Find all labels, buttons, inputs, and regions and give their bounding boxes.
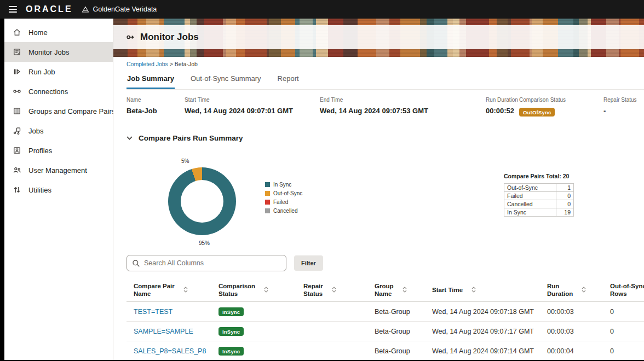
legend-swatch-cancelled bbox=[265, 208, 270, 213]
profiles-icon bbox=[13, 146, 21, 155]
hamburger-menu-icon[interactable] bbox=[9, 6, 17, 13]
compare-pair-link[interactable]: TEST=TEST bbox=[134, 308, 173, 316]
totals-row: Cancelled0 bbox=[504, 200, 574, 208]
compare-pairs-run-summary-section-toggle[interactable]: Compare Pairs Run Summary bbox=[127, 134, 644, 142]
field-value-name: Beta-Job bbox=[127, 107, 185, 115]
sort-icon-start-time[interactable] bbox=[472, 287, 476, 293]
job-summary-fields: Name Beta-Job Start Time Wed, 14 Aug 202… bbox=[127, 97, 644, 117]
field-value-run-duration: 00:00:52 bbox=[486, 107, 519, 115]
compare-pairs-totals: Compare Pairs Total: 20 Out-of-Sync1 Fai… bbox=[504, 173, 574, 235]
sidebar-item-home[interactable]: Home bbox=[4, 22, 113, 42]
field-label-start-time: Start Time bbox=[185, 97, 320, 103]
section-title: Compare Pairs Run Summary bbox=[139, 134, 243, 142]
donut-label-in-sync-pct: 95% bbox=[199, 240, 210, 246]
legend-swatch-failed bbox=[265, 200, 270, 205]
goldengate-logo-icon bbox=[82, 6, 89, 13]
field-value-repair-status: - bbox=[603, 107, 644, 115]
sidebar-item-connections[interactable]: Connections bbox=[4, 81, 113, 101]
sidebar-item-user-management[interactable]: User Management bbox=[4, 160, 113, 180]
window-left-edge bbox=[0, 19, 4, 360]
main-content: Monitor Jobs Completed Jobs > Beta-Job J… bbox=[113, 19, 644, 360]
sidebar-item-profiles[interactable]: Profiles bbox=[4, 141, 113, 160]
sidebar-item-run-job[interactable]: Run Job bbox=[4, 62, 113, 81]
sidebar-item-utilities[interactable]: Utilities bbox=[4, 180, 113, 200]
connections-icon bbox=[13, 87, 21, 96]
topbar: ORACLE GoldenGate Veridata bbox=[0, 0, 644, 19]
page-title: Monitor Jobs bbox=[140, 32, 199, 43]
legend-item-in-sync: In Sync bbox=[265, 182, 302, 188]
sort-icon-group-name[interactable] bbox=[403, 287, 407, 293]
breadcrumb-current: Beta-Job bbox=[175, 61, 198, 67]
tab-out-of-sync-summary[interactable]: Out-of-Sync Summary bbox=[190, 71, 262, 89]
legend-item-out-of-sync: Out-of-Sync bbox=[265, 190, 302, 196]
status-badge-insync: InSync bbox=[219, 347, 244, 356]
breadcrumb-completed-jobs-link[interactable]: Completed Jobs bbox=[127, 61, 168, 67]
status-badge-insync: InSync bbox=[219, 307, 244, 316]
table-row[interactable]: TEST=TEST InSync Beta-Group Wed, 14 Aug … bbox=[127, 302, 644, 322]
decorative-banner: Monitor Jobs bbox=[113, 19, 644, 57]
legend-swatch-in-sync bbox=[265, 182, 270, 187]
table-header-row: Compare PairName ComparisonStatus Repair… bbox=[127, 278, 644, 302]
tab-report[interactable]: Report bbox=[277, 71, 300, 89]
utilities-icon bbox=[13, 185, 21, 194]
sort-icon-repair-status[interactable] bbox=[332, 287, 336, 293]
groups-compare-pairs-icon bbox=[13, 107, 21, 115]
monitor-jobs-icon bbox=[13, 48, 21, 56]
field-value-start-time: Wed, 14 Aug 2024 09:07:01 GMT bbox=[185, 107, 320, 115]
sort-icon-compare-pair-name[interactable] bbox=[183, 287, 188, 293]
chart-legend: In Sync Out-of-Sync Failed Cancelle bbox=[265, 182, 302, 235]
tab-job-summary[interactable]: Job Summary bbox=[127, 71, 175, 89]
sidebar-item-monitor-jobs[interactable]: Monitor Jobs bbox=[4, 42, 113, 62]
table-toolbar: Filter bbox=[127, 255, 644, 271]
totals-title: Compare Pairs Total: 20 bbox=[504, 173, 574, 179]
search-box[interactable] bbox=[127, 255, 286, 271]
legend-item-failed: Failed bbox=[265, 199, 302, 205]
table-row[interactable]: SALES_P8=SALES_P8 InSync Beta-Group Wed,… bbox=[127, 341, 644, 360]
sort-icon-run-duration[interactable] bbox=[582, 287, 586, 293]
field-label-run-duration: Run Duration bbox=[486, 97, 519, 103]
field-value-end-time: Wed, 14 Aug 2024 09:07:53 GMT bbox=[320, 107, 486, 115]
donut-hole bbox=[181, 180, 223, 223]
breadcrumb-separator: > bbox=[170, 61, 173, 67]
donut-chart-wrap: 5% 95% bbox=[168, 167, 236, 235]
search-input[interactable] bbox=[144, 259, 281, 267]
screen: ORACLE GoldenGate Veridata Home Monitor … bbox=[0, 0, 644, 361]
totals-row: Failed0 bbox=[504, 192, 574, 200]
status-badge-outofsync: OutOfSync bbox=[519, 108, 555, 117]
table-row[interactable]: SAMPLE=SAMPLE InSync Beta-Group Wed, 14 … bbox=[127, 322, 644, 341]
jobs-icon bbox=[13, 126, 21, 135]
search-icon bbox=[132, 259, 140, 267]
legend-swatch-out-of-sync bbox=[265, 191, 270, 196]
home-icon bbox=[13, 28, 21, 37]
totals-row: In Sync19 bbox=[504, 208, 574, 217]
monitor-jobs-page-icon bbox=[125, 32, 135, 42]
product-name: GoldenGate Veridata bbox=[82, 5, 157, 13]
filter-button[interactable]: Filter bbox=[294, 255, 323, 271]
totals-row: Out-of-Sync1 bbox=[504, 184, 574, 192]
compare-pair-link[interactable]: SAMPLE=SAMPLE bbox=[134, 328, 193, 335]
legend-item-cancelled: Cancelled bbox=[265, 208, 302, 214]
sidebar-item-groups-and-compare-pairs[interactable]: Groups and Compare Pairs bbox=[4, 101, 113, 121]
sidebar: Home Monitor Jobs Run Job Connections Gr… bbox=[4, 19, 113, 360]
sidebar-item-jobs[interactable]: Jobs bbox=[4, 121, 113, 141]
field-label-end-time: End Time bbox=[320, 97, 486, 103]
donut-label-out-of-sync-pct: 5% bbox=[181, 158, 189, 164]
breadcrumb: Completed Jobs > Beta-Job bbox=[127, 61, 644, 67]
compare-pair-link[interactable]: SALES_P8=SALES_P8 bbox=[134, 347, 206, 355]
tab-bar: Job Summary Out-of-Sync Summary Report bbox=[127, 71, 644, 90]
sort-icon-comparison-status[interactable] bbox=[264, 287, 268, 293]
field-label-comparison-status: Comparison Status bbox=[519, 97, 603, 103]
user-management-icon bbox=[13, 166, 21, 174]
compare-pairs-table: Compare PairName ComparisonStatus Repair… bbox=[127, 278, 644, 360]
oracle-logo: ORACLE bbox=[26, 4, 73, 14]
field-label-name: Name bbox=[127, 97, 185, 103]
chevron-down-icon bbox=[127, 136, 133, 140]
page-header: Monitor Jobs bbox=[113, 25, 644, 49]
status-badge-insync: InSync bbox=[219, 327, 244, 336]
run-job-icon bbox=[13, 67, 21, 76]
field-label-repair-status: Repair Status bbox=[603, 97, 644, 103]
chart-row: 5% 95% In Sync Out-of-Sync bbox=[127, 167, 644, 235]
